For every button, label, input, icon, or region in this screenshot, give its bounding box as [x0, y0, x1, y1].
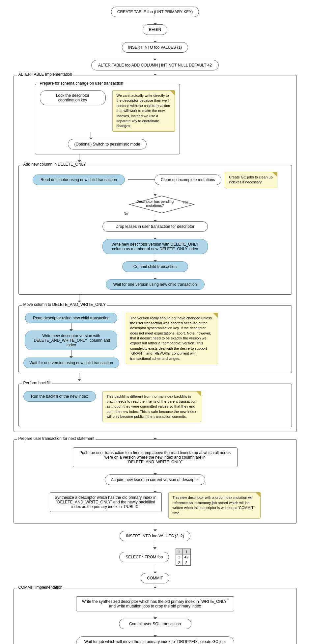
yes-label: Yes — [183, 201, 188, 204]
arrow10 — [154, 272, 157, 279]
arrow9 — [154, 254, 157, 261]
commit-impl-label: COMMIT Implementation — [17, 585, 64, 590]
commit-block: COMMIT — [141, 573, 169, 588]
delete-write-content: Read descriptor using new child transact… — [23, 313, 287, 368]
delete-only-label: Add new column in DELETE_ONLY — [22, 162, 87, 167]
arrow22 — [154, 611, 157, 619]
arrow23 — [154, 629, 157, 636]
write-delete-write-node: Write new descriptor version with `DELET… — [25, 331, 117, 350]
cell-1-i: 1 — [176, 554, 182, 560]
drop-leases-node: Drop leases in user transaction for desc… — [102, 221, 208, 232]
cell-2-i: 2 — [176, 560, 182, 566]
arrow21 — [154, 583, 157, 588]
no-branch: No — [154, 212, 157, 221]
wait-for-job-node: Wait for job which will move the old pri… — [76, 636, 234, 644]
begin-node: BEGIN — [143, 24, 167, 35]
run-backfill-node: Run the backfill of the new index — [23, 391, 96, 402]
alter-impl-content: Prepare for schema change on user transa… — [18, 79, 292, 427]
insert1-block: INSERT INTO foo VALUES (1) — [122, 42, 188, 60]
create-table-block: CREATE TABLE foo (i INT PRIMARY KEY) — [111, 7, 199, 24]
commit-user-sql-node: Commit user SQL transaction — [119, 619, 191, 629]
alter-table-node: ALTER TABLE foo ADD COLUMN j INT NOT NUL… — [91, 60, 219, 70]
cell-2-j: 2 — [182, 560, 190, 566]
select-node: SELECT * FROM foo — [119, 552, 169, 562]
optional-switch-node: (Optional) Switch to pessimistic mode — [68, 139, 146, 149]
table-row: 2 2 — [176, 560, 190, 566]
write-synthesized-node: Write the synthesized descriptor which h… — [76, 596, 234, 611]
delete-only-content: Read descriptor using new child transact… — [23, 172, 287, 290]
backfill-content: Run the backfill of the new index This b… — [23, 391, 287, 422]
arrow20 — [154, 566, 157, 573]
acquire-lease-node: Acquire new lease on current version of … — [105, 474, 205, 485]
alter-impl-section: ALTER TABLE Implementation Prepare for s… — [14, 75, 297, 432]
lock-row: Lock the descriptor coordination key We … — [40, 90, 175, 132]
arrow3 — [153, 53, 156, 60]
write-delete-only-node: Write new descriptor version with DELETE… — [102, 239, 208, 254]
arrow18 — [154, 523, 157, 531]
delete-write-steps: Read descriptor using new child transact… — [23, 313, 120, 368]
arrow5 — [78, 154, 81, 162]
table-row: 1 42 — [176, 554, 190, 560]
arrow17 — [154, 485, 157, 492]
arrow7 — [154, 214, 157, 221]
note-backfill: This backfill is different from normal i… — [102, 391, 201, 422]
cell-1-j: 42 — [182, 554, 190, 560]
commit-node: COMMIT — [141, 573, 169, 583]
select-block: SELECT * FROM foo i j 1 42 2 2 — [119, 549, 191, 573]
prepare-schema-content: Lock the descriptor coordination key We … — [40, 90, 175, 149]
back-arrow-area: Clean up incomplete mutations Create GC … — [128, 172, 277, 188]
wait-version1-node: Wait for one version using new child tra… — [106, 279, 205, 290]
arrow8 — [154, 232, 157, 239]
pending-mutations-diamond: Descriptor has pending mutations? — [129, 195, 182, 212]
prepare-schema-label: Prepare for schema change on user transa… — [39, 81, 125, 86]
read-descriptor1-node: Read descriptor using new child transact… — [33, 174, 125, 185]
lock-descriptor-node: Lock the descriptor coordination key — [40, 90, 106, 105]
note-version: The version really should not have chang… — [126, 313, 218, 364]
alter-table-block: ALTER TABLE foo ADD COLUMN j INT NOT NUL… — [91, 60, 219, 75]
note-lock: We can't actually write directly to the … — [112, 90, 175, 132]
cleanup-row: Clean up incomplete mutations Create GC … — [155, 172, 277, 188]
begin-block: BEGIN — [143, 24, 167, 42]
commit-impl-content: Write the synthesized descriptor which h… — [18, 596, 292, 644]
wait-version2-node: Wait for one version using new child tra… — [23, 358, 120, 368]
arrow15 — [154, 432, 157, 439]
arrow12 — [70, 323, 73, 331]
col-i: i — [176, 549, 182, 554]
delete-write-label: Move column to DELETE_AND_WRITE_ONLY — [22, 302, 107, 307]
arrow13 — [70, 350, 73, 358]
backfill-label: Perform backfill — [22, 381, 52, 385]
delete-only-section: Add new column in DELETE_ONLY Read descr… — [18, 165, 292, 295]
insert2-block: INSERT INTO foo VALUES (2, 2) — [120, 531, 190, 549]
prepare-user-txn-label: Prepare user transaction for next statem… — [17, 436, 96, 441]
arrow11 — [78, 295, 81, 302]
prepare-user-txn-section: Prepare user transaction for next statem… — [14, 439, 297, 523]
backfill-section: Perform backfill Run the backfill of the… — [18, 384, 292, 427]
insert1-node: INSERT INTO foo VALUES (1) — [122, 42, 188, 53]
arrow19 — [153, 541, 156, 549]
note-synthesize: This new descriptor with a drop index mu… — [168, 492, 261, 519]
arrow16 — [154, 467, 157, 474]
result-table: i j 1 42 2 2 — [176, 549, 190, 566]
no-label: No — [124, 212, 128, 215]
commit-impl-section: COMMIT Implementation Write the synthesi… — [14, 588, 297, 644]
synthesize-node: Synthesize a descriptor which has the ol… — [50, 492, 162, 512]
push-user-txn-node: Push the user transaction to a timestamp… — [73, 447, 238, 467]
synthesize-row: Synthesize a descriptor which has the ol… — [50, 492, 261, 519]
diamond-label: Descriptor has pending mutations? — [129, 200, 182, 207]
arrow2 — [154, 35, 157, 42]
read-desc1-col: Read descriptor using new child transact… — [33, 174, 125, 185]
arrow14 — [78, 373, 81, 380]
back-h-line — [128, 179, 155, 180]
clean-up-node: Clean up incomplete mutations — [155, 174, 221, 185]
select-row: SELECT * FROM foo i j 1 42 2 2 — [119, 549, 191, 566]
commit-child-node: Commit child transaction — [122, 261, 188, 272]
arrow-lock — [89, 132, 93, 139]
prepare-user-txn-content: Push the user transaction to a timestamp… — [18, 447, 292, 519]
read-desc1-row: Read descriptor using new child transact… — [23, 172, 287, 188]
diamond-row: Descriptor has pending mutations? Yes — [129, 195, 182, 212]
arrow1 — [154, 17, 157, 24]
lock-col: Lock the descriptor coordination key — [40, 90, 106, 105]
alter-impl-label: ALTER TABLE Implementation — [17, 72, 73, 77]
note-gc: Create GC jobs to clean up indexes if ne… — [225, 172, 277, 188]
arrow4 — [154, 70, 157, 75]
